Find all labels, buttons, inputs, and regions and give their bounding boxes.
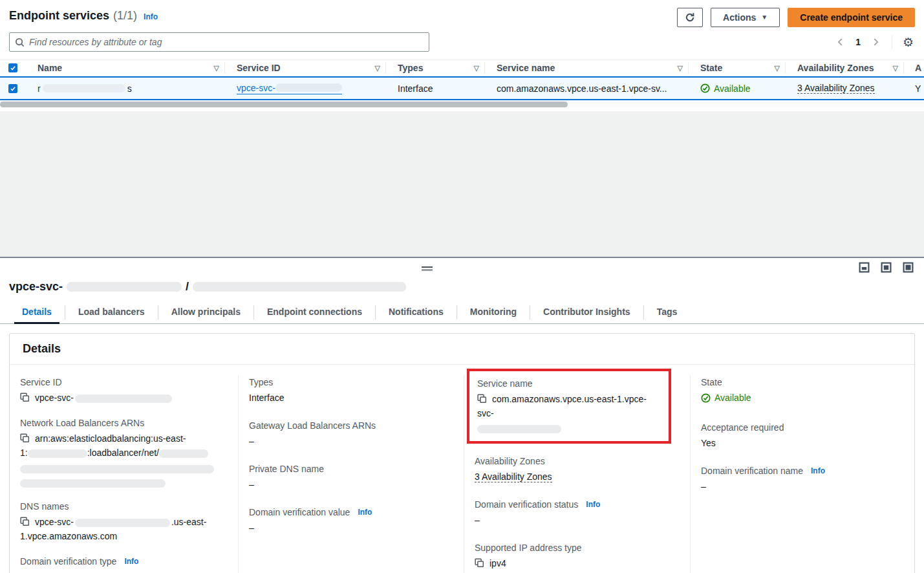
field-domain-verification-status: Domain verification status Info – [475,497,680,527]
info-link[interactable]: Info [144,12,158,21]
field-acceptance-required: Acceptance required Yes [701,420,904,450]
copy-icon[interactable] [475,558,484,568]
info-link[interactable]: Info [124,554,138,568]
service-id-link[interactable]: vpce-svc- [237,83,342,94]
column-header-truncated: A [904,60,924,76]
field-types: Types Interface [249,375,453,405]
redacted-arn-line [20,479,166,488]
column-header-service-name: Service name ▽ [485,60,689,76]
create-endpoint-service-button[interactable]: Create endpoint service [788,8,915,27]
field-domain-verification-name: Domain verification name Info – [701,464,904,493]
details-column-4: State Available Acceptance required Yes [690,375,914,573]
panel-size-medium-button[interactable] [881,262,892,273]
refresh-icon [685,12,695,23]
redacted-arn-line [20,465,214,473]
info-link[interactable]: Info [358,505,372,519]
table-toolbar: 1 ⚙ [0,32,924,52]
actions-button[interactable]: Actions ▼ [711,8,780,27]
cell-truncated: Y [904,78,924,99]
preferences-gear-icon[interactable]: ⚙ [901,36,915,49]
availability-zones-popover-link[interactable]: 3 Availability Zones [475,471,552,482]
select-all-checkbox[interactable] [8,63,17,72]
tab-contributor-insights[interactable]: Contributor Insights [530,301,643,323]
redacted-lb-name [159,449,208,458]
field-private-dns-name: Private DNS name – [249,462,453,492]
status-available-icon [701,393,711,403]
field-supported-ip-address-type: Supported IP address type ipv4 [475,541,680,570]
column-header-service-id: Service ID ▽ [225,60,386,76]
redacted-title-name [193,282,406,292]
tab-details[interactable]: Details [9,301,65,323]
panel-tabs: Details Load balancers Allow principals … [0,294,924,324]
split-panel-controls [859,262,914,273]
chevron-down-icon: ▼ [761,14,768,21]
field-service-name: Service name com.amazonaws.vpce.us-east-… [477,376,661,435]
column-header-state: State ▽ [689,60,786,76]
copy-icon[interactable] [20,393,30,402]
background-gap [0,111,924,257]
panel-size-full-button[interactable] [903,262,914,273]
cell-availability-zones: 3 Availability Zones [786,78,904,99]
copy-icon[interactable] [20,517,30,526]
horizontal-scrollbar [0,102,924,107]
info-link[interactable]: Info [586,497,600,512]
table-header-row: Name ▽ Service ID ▽ Types ▽ Service name… [0,59,924,76]
resource-count: (1/1) [113,9,137,23]
sort-icon-service-name[interactable]: ▽ [678,64,683,72]
actions-button-label: Actions [723,12,756,23]
page-title: Endpoint services [9,9,109,23]
column-header-name: Name ▽ [26,60,225,76]
cell-name: r s [26,78,225,99]
details-column-1: Service ID vpce-svc- Network Load Balanc… [10,375,238,573]
sort-icon-types[interactable]: ▽ [474,64,479,72]
tab-load-balancers[interactable]: Load balancers [65,301,158,323]
tab-allow-principals[interactable]: Allow principals [158,301,253,323]
previous-page-button[interactable] [833,35,848,49]
row-checkbox[interactable] [8,84,17,93]
availability-zones-popover-link[interactable]: 3 Availability Zones [797,83,875,94]
column-header-types: Types ▽ [386,60,485,76]
tab-monitoring[interactable]: Monitoring [457,301,530,323]
redacted-name [43,84,125,92]
refresh-button[interactable] [677,8,703,27]
redacted-title-id [67,282,182,292]
horizontal-scrollbar-thumb[interactable] [0,102,568,107]
field-gateway-lb-arns: Gateway Load Balancers ARNs – [249,418,453,448]
redacted-account-id [28,449,87,458]
sort-icon-state[interactable]: ▽ [775,64,780,72]
pagination: 1 ⚙ [833,35,915,49]
page-header: Endpoint services (1/1) Info Actions ▼ C… [0,0,924,31]
tab-endpoint-connections[interactable]: Endpoint connections [254,301,375,323]
field-domain-verification-type: Domain verification type Info – [20,554,228,573]
copy-icon[interactable] [20,433,30,443]
field-availability-zones: Availability Zones 3 Availability Zones [475,454,680,484]
info-link[interactable]: Info [811,464,825,478]
redacted-dns [75,519,170,527]
details-card: Details Service ID vpce-svc- Network Loa… [9,333,915,573]
table-row[interactable]: r s vpce-svc- Interface com.amazonaws.vp… [0,76,924,100]
tab-tags[interactable]: Tags [644,301,691,323]
details-heading: Details [23,342,901,356]
redacted-service-id-value [75,395,172,403]
next-page-button[interactable] [868,35,883,49]
column-header-availability-zones: Availability Zones ▽ [786,60,904,76]
tab-notifications[interactable]: Notifications [376,301,457,323]
copy-icon[interactable] [477,394,487,404]
current-page-number[interactable]: 1 [850,37,866,47]
sort-icon-service-id[interactable]: ▽ [375,64,380,72]
service-name-highlight-box: Service name com.amazonaws.vpce.us-east-… [467,369,671,444]
panel-size-small-button[interactable] [859,262,870,273]
search-box[interactable] [9,32,429,52]
search-input[interactable] [29,37,424,47]
split-panel: vpce-svc- / Details Load balancers Allow… [0,257,924,558]
redacted-service-id [275,83,342,92]
endpoint-services-table: Name ▽ Service ID ▽ Types ▽ Service name… [0,59,924,107]
cell-state: Available [689,78,786,99]
sort-icon-name[interactable]: ▽ [214,64,219,72]
details-column-3: Service name com.amazonaws.vpce.us-east-… [464,375,690,573]
field-domain-verification-value: Domain verification value Info – [249,505,453,535]
split-panel-drag-handle[interactable] [422,266,433,271]
sort-icon-availability-zones[interactable]: ▽ [893,64,898,72]
field-dns-names: DNS names vpce-svc-.us-east- 1.vpce.amaz… [20,499,228,543]
search-icon [15,38,25,47]
